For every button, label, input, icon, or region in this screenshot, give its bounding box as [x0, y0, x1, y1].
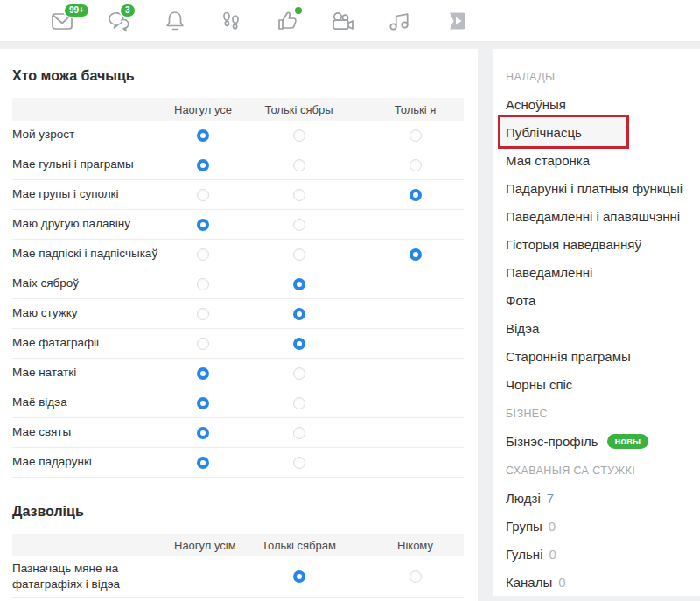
radio-unselected[interactable]: [293, 427, 305, 439]
option-cell: [231, 570, 367, 583]
option-cell: [174, 278, 231, 290]
radio-selected[interactable]: [410, 248, 422, 261]
radio-unselected[interactable]: [293, 129, 305, 142]
option-cell: [174, 338, 231, 350]
radio-unselected[interactable]: [410, 159, 422, 171]
sidebar-item-messages[interactable]: Паведамленні: [506, 258, 691, 286]
column-everyone: Наогул усе: [174, 103, 231, 116]
option-cell: [231, 189, 367, 201]
sidebar-item-third-party-apps[interactable]: Староннія праграмы: [506, 342, 691, 370]
radio-selected[interactable]: [197, 427, 209, 439]
table-row-my-age: Мой узрост: [12, 121, 464, 150]
sidebar-item-gifts-paid-features[interactable]: Падарункі і платныя функцыі: [506, 174, 691, 202]
radio-selected[interactable]: [293, 570, 305, 583]
row-label: Маю другую палавіну: [12, 216, 174, 232]
sidebar-item-games[interactable]: Гульні0: [506, 540, 691, 568]
option-cell: [231, 308, 367, 320]
table-row-my-holidays: Мае святы: [12, 418, 464, 448]
radio-selected[interactable]: [197, 129, 209, 142]
table-row-tag-me: Пазначаць мяне на фатаграфіях і відэа: [12, 556, 464, 598]
sidebar-item-visit-history[interactable]: Гісторыя наведванняў: [506, 230, 691, 258]
sidebar-item-black-list[interactable]: Чорны спіс: [506, 370, 691, 398]
option-cell: [174, 248, 231, 261]
radio-selected[interactable]: [293, 308, 305, 320]
radio-unselected[interactable]: [293, 248, 305, 261]
sidebar-item-main[interactable]: Асноўныя: [506, 90, 691, 118]
table-row-my-groups: Мае групы і суполкі: [12, 180, 464, 210]
radio-selected[interactable]: [293, 338, 305, 350]
column-only-me: Толькі я: [367, 103, 464, 116]
radio-selected[interactable]: [197, 367, 209, 380]
sidebar-item-my-page[interactable]: Мая старонка: [506, 146, 691, 174]
messages-nav-button[interactable]: 99+: [50, 8, 75, 34]
radio-unselected[interactable]: [410, 570, 422, 583]
radio-unselected[interactable]: [293, 189, 305, 201]
table-row-my-friends: Маіх сяброў: [12, 269, 464, 299]
sidebar-item-people[interactable]: Людзі7: [506, 484, 691, 512]
option-cell: [367, 159, 464, 171]
radio-unselected[interactable]: [293, 159, 305, 171]
sidebar-item-messages-notifications[interactable]: Паведамленні і апавяшчэнні: [506, 202, 691, 230]
row-label: Мае падарункі: [12, 454, 174, 470]
nav-icons-row: 99+ 3: [50, 8, 467, 34]
radio-unselected[interactable]: [293, 219, 305, 231]
top-navigation-bar: 99+ 3: [0, 0, 700, 42]
video-camera-nav-button[interactable]: [330, 8, 355, 34]
games-count: 0: [549, 547, 556, 562]
sidebar-item-video[interactable]: Відэа: [506, 314, 691, 342]
guests-nav-button[interactable]: [218, 8, 243, 34]
table-row-my-videos: Маё відэа: [12, 388, 464, 418]
radio-unselected[interactable]: [197, 278, 209, 290]
music-nav-button[interactable]: [386, 8, 411, 34]
radio-selected[interactable]: [197, 397, 209, 409]
table-row-my-games: Мае гульні і праграмы: [12, 150, 464, 180]
radio-selected[interactable]: [197, 457, 209, 469]
likes-nav-button[interactable]: [274, 8, 299, 34]
sidebar-item-groups[interactable]: Групы0: [506, 512, 691, 540]
radio-unselected[interactable]: [293, 457, 305, 469]
radio-unselected[interactable]: [293, 367, 305, 380]
sidebar-section-settings: НАЛАДЫ: [506, 61, 691, 90]
column-nobody: Нікому: [367, 539, 464, 552]
radio-selected[interactable]: [197, 219, 209, 231]
option-cell: [231, 397, 367, 409]
radio-selected[interactable]: [293, 278, 305, 290]
option-cell: [367, 570, 464, 583]
messages-count-badge: 99+: [63, 3, 90, 18]
sidebar-item-photo[interactable]: Фота: [506, 286, 691, 314]
row-label: Мае групы і суполкі: [12, 186, 174, 202]
sidebar-item-channels[interactable]: Каналы0: [506, 568, 691, 596]
radio-unselected[interactable]: [197, 338, 209, 350]
option-cell: [174, 308, 231, 320]
option-cell: [174, 159, 231, 171]
video-player-icon: [443, 10, 467, 31]
option-cell: [231, 129, 367, 142]
radio-unselected[interactable]: [410, 129, 422, 142]
radio-unselected[interactable]: [293, 397, 305, 409]
column-friends-only: Толькі сябры: [231, 103, 367, 116]
table-row-my-photos: Мае фатаграфіі: [12, 329, 464, 359]
radio-unselected[interactable]: [197, 189, 209, 201]
privacy-settings-panel: Хто можа бачыць Наогул усе Толькі сябры …: [0, 49, 478, 601]
sidebar-item-business-profile[interactable]: Бізнэс-профільновы: [506, 427, 691, 455]
option-cell: [231, 248, 367, 261]
channels-count: 0: [558, 575, 565, 590]
radio-selected[interactable]: [410, 189, 422, 201]
visibility-section-title: Хто можа бачыць: [12, 68, 464, 84]
radio-unselected[interactable]: [197, 308, 209, 320]
chats-nav-button[interactable]: 3: [106, 8, 131, 34]
video-player-nav-button[interactable]: [442, 8, 467, 34]
option-cell: [174, 427, 231, 439]
sidebar-item-publicity[interactable]: Публічнасць: [506, 118, 691, 146]
radio-selected[interactable]: [197, 159, 209, 171]
option-cell: [174, 367, 231, 380]
row-label: Мае святы: [12, 424, 174, 440]
settings-sidebar: НАЛАДЫ Асноўныя Публічнасць Мая старонка…: [493, 49, 700, 596]
allow-table-header: Наогул усім Толькі сябрам Нікому: [12, 534, 464, 556]
radio-unselected[interactable]: [197, 248, 209, 261]
row-label: Мой узрост: [12, 127, 174, 143]
row-label: Маіх сяброў: [12, 276, 174, 291]
notifications-nav-button[interactable]: [162, 8, 187, 34]
table-row-my-significant-other: Маю другую палавіну: [12, 210, 464, 240]
allow-table: Наогул усім Толькі сябрам Нікому Пазнача…: [12, 534, 464, 598]
